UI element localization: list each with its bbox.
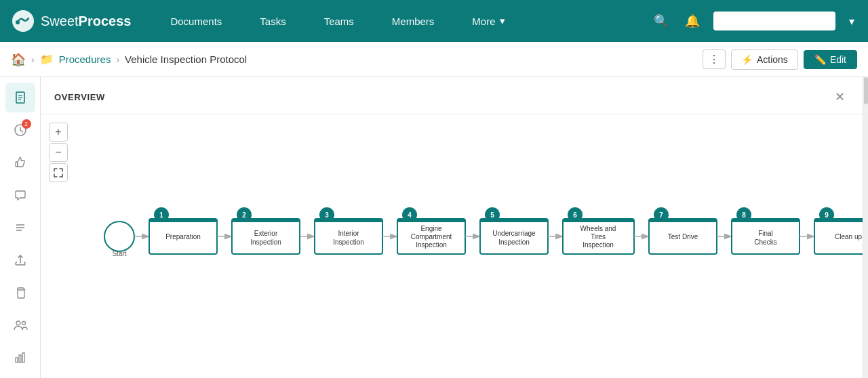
nav-more[interactable]: More ▾ — [453, 0, 524, 42]
svg-point-13 — [22, 322, 25, 325]
vertical-scrollbar[interactable] — [863, 77, 868, 378]
svg-text:Exterior: Exterior — [254, 230, 278, 237]
svg-text:Start: Start — [112, 250, 126, 257]
logo[interactable]: SweetProcess — [11, 9, 131, 33]
svg-text:1: 1 — [159, 211, 163, 219]
fullscreen-button[interactable] — [49, 163, 68, 182]
svg-text:Final: Final — [758, 230, 773, 237]
main-layout: 2 — [0, 77, 868, 378]
svg-text:Undercarriage: Undercarriage — [492, 230, 536, 237]
sidebar-item-history[interactable]: 2 — [5, 115, 35, 145]
sidebar-item-list[interactable] — [5, 213, 35, 243]
svg-rect-7 — [16, 162, 18, 167]
breadcrumb-current-page: Vehicle Inspection Protocol — [125, 54, 247, 65]
svg-text:Test Drive: Test Drive — [668, 233, 698, 240]
svg-text:Clean up: Clean up — [835, 233, 862, 240]
copy-icon — [14, 286, 27, 299]
edit-button[interactable]: ✏️ Edit — [804, 50, 857, 69]
logo-text: SweetProcess — [41, 14, 131, 29]
chart-icon — [14, 351, 27, 364]
svg-point-1 — [16, 20, 20, 24]
svg-text:Wheels and: Wheels and — [580, 225, 616, 232]
search-input[interactable] — [713, 12, 835, 30]
sidebar-item-comments[interactable] — [5, 180, 35, 210]
svg-point-12 — [16, 321, 20, 325]
zoom-out-button[interactable]: − — [49, 143, 68, 162]
svg-text:Compartment: Compartment — [411, 233, 452, 240]
breadcrumb: 🏠 › 📁 Procedures › Vehicle Inspection Pr… — [11, 52, 247, 67]
svg-rect-16 — [22, 353, 24, 362]
sidebar-item-team[interactable] — [5, 310, 35, 340]
svg-text:5: 5 — [490, 211, 494, 219]
overview-header: OVERVIEW ✕ — [41, 77, 863, 114]
svg-text:9: 9 — [825, 211, 829, 219]
sidebar-item-document[interactable] — [5, 83, 35, 112]
team-icon — [13, 318, 28, 332]
svg-text:8: 8 — [742, 211, 746, 219]
thumbsup-icon — [14, 156, 27, 169]
top-navigation: SweetProcess Documents Tasks Teams Membe… — [0, 0, 868, 42]
overview-title: OVERVIEW — [54, 92, 105, 102]
svg-rect-15 — [19, 355, 21, 362]
zoom-in-button[interactable]: + — [49, 123, 68, 142]
svg-text:7: 7 — [659, 211, 663, 219]
close-button[interactable]: ✕ — [831, 88, 849, 106]
breadcrumb-bar: 🏠 › 📁 Procedures › Vehicle Inspection Pr… — [0, 42, 868, 77]
svg-point-17 — [104, 222, 134, 251]
breadcrumb-actions: ⋮ ⚡ Actions ✏️ Edit — [703, 49, 857, 70]
svg-text:6: 6 — [573, 211, 577, 219]
zoom-controls: + − — [49, 123, 68, 182]
history-badge: 2 — [22, 119, 31, 129]
breadcrumb-sep-1: › — [31, 54, 35, 65]
svg-text:Engine: Engine — [420, 225, 442, 232]
notifications-button[interactable]: 🔔 — [682, 11, 703, 31]
svg-text:Preparation: Preparation — [165, 233, 201, 240]
sidebar-item-copy[interactable] — [5, 278, 35, 308]
nav-members[interactable]: Members — [373, 0, 454, 42]
logo-icon — [11, 9, 35, 33]
svg-text:4: 4 — [408, 211, 412, 219]
svg-point-0 — [12, 10, 34, 32]
breadcrumb-sep-2: › — [116, 54, 119, 65]
svg-text:Inspection: Inspection — [333, 238, 364, 246]
svg-text:Checks: Checks — [754, 238, 776, 246]
actions-button[interactable]: ⚡ Actions — [731, 49, 798, 70]
list-icon — [14, 221, 27, 234]
nav-teams[interactable]: Teams — [305, 0, 373, 42]
nav-tasks[interactable]: Tasks — [241, 0, 304, 42]
sidebar-item-upload[interactable] — [5, 245, 35, 275]
account-dropdown-icon[interactable]: ▾ — [846, 12, 857, 30]
svg-text:3: 3 — [325, 211, 329, 219]
document-icon — [14, 91, 27, 104]
folder-icon: 📁 — [40, 53, 54, 66]
svg-text:2: 2 — [242, 211, 246, 219]
svg-text:Inspection: Inspection — [250, 238, 281, 246]
edit-icon: ✏️ — [814, 54, 826, 65]
left-sidebar: 2 — [0, 77, 41, 378]
fullscreen-icon — [54, 168, 63, 177]
more-chevron-icon: ▾ — [500, 15, 505, 27]
svg-text:Interior: Interior — [338, 230, 359, 237]
svg-text:Inspection: Inspection — [416, 241, 447, 249]
more-options-button[interactable]: ⋮ — [703, 49, 726, 69]
sidebar-item-thumbsup[interactable] — [5, 148, 35, 177]
svg-rect-11 — [18, 290, 24, 298]
svg-text:Tires: Tires — [591, 233, 606, 240]
flowchart-svg: Start 1 Preparation 2 Exterior Inspectio… — [88, 179, 863, 314]
nav-links: Documents Tasks Teams Members More ▾ — [151, 0, 651, 42]
scroll-thumb[interactable] — [864, 77, 868, 104]
svg-text:Inspection: Inspection — [498, 238, 530, 246]
breadcrumb-procedures[interactable]: Procedures — [59, 54, 111, 65]
sidebar-item-chart[interactable] — [5, 343, 35, 373]
diagram-area: + − Start — [41, 114, 863, 378]
svg-rect-14 — [16, 358, 18, 362]
nav-documents[interactable]: Documents — [151, 0, 241, 42]
content-area: OVERVIEW ✕ + − — [41, 77, 863, 378]
upload-icon — [14, 253, 27, 267]
svg-text:Inspection: Inspection — [583, 241, 614, 249]
search-button[interactable]: 🔍 — [651, 11, 671, 31]
chat-icon — [14, 188, 27, 202]
home-icon[interactable]: 🏠 — [11, 52, 26, 67]
nav-actions: 🔍 🔔 ▾ — [651, 11, 857, 31]
bell-icon: 🔔 — [685, 14, 700, 28]
